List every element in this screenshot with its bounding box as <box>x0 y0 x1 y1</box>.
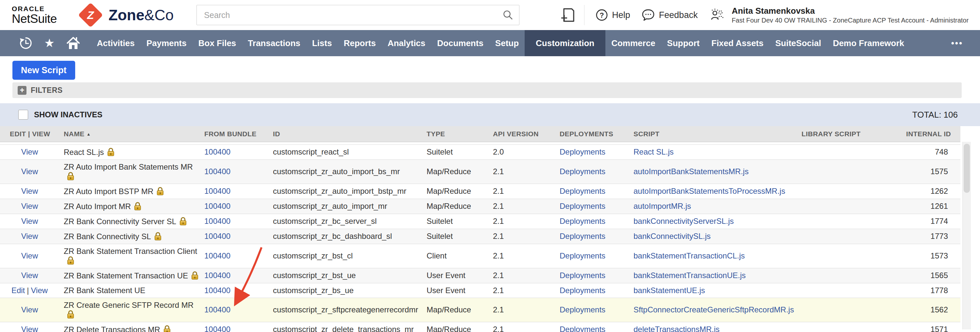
nav-item-setup[interactable]: Setup <box>489 30 525 56</box>
column-header-internal-id[interactable]: INTERNAL ID <box>906 126 960 142</box>
search-input[interactable] <box>196 5 519 25</box>
nav-item-documents[interactable]: Documents <box>431 30 489 56</box>
cell-internal-id: 748 <box>906 145 960 159</box>
view-link[interactable]: View <box>21 187 38 195</box>
lock-icon <box>154 232 162 241</box>
script-file-link[interactable]: bankStatementTransactionUE.js <box>633 271 746 280</box>
vertical-scrollbar[interactable] <box>963 142 971 329</box>
deployments-link[interactable]: Deployments <box>560 271 605 280</box>
new-script-button[interactable]: New Script <box>13 61 75 80</box>
deployments-link[interactable]: Deployments <box>560 202 605 210</box>
nav-item-demo-framework[interactable]: Demo Framework <box>827 30 910 56</box>
view-link[interactable]: View <box>21 167 38 176</box>
script-name-text: ZR Create Generic SFTP Record MR <box>64 301 194 310</box>
script-file-link[interactable]: bankConnectivitySL.js <box>633 232 711 240</box>
create-new-icon[interactable] <box>559 6 576 24</box>
cell-edit-view: View <box>0 244 64 268</box>
search-icon[interactable] <box>503 10 514 21</box>
bundle-link[interactable]: 100400 <box>204 325 231 332</box>
nav-item-reports[interactable]: Reports <box>338 30 382 56</box>
view-link[interactable]: View <box>21 271 38 280</box>
script-file-link[interactable]: bankConnectivityServerSL.js <box>633 217 734 226</box>
change-role-menu[interactable] <box>709 6 726 24</box>
cell-from-bundle: 100400 <box>204 283 273 298</box>
cell-internal-id: 1562 <box>906 298 960 322</box>
nav-more-button[interactable]: ••• <box>951 30 963 56</box>
home-button[interactable] <box>60 30 86 56</box>
view-link[interactable]: View <box>21 148 38 156</box>
deployments-link[interactable]: Deployments <box>560 167 605 176</box>
view-link[interactable]: View <box>21 251 38 260</box>
cell-internal-id: 1262 <box>906 184 960 199</box>
deployments-link[interactable]: Deployments <box>560 251 605 260</box>
cell-script-name: React SL.js <box>64 145 204 159</box>
list-controls-band: SHOW INACTIVES TOTAL: 106 <box>0 103 980 126</box>
script-file-link[interactable]: bankStatementTransactionCL.js <box>633 251 745 260</box>
column-header-id[interactable]: ID <box>273 126 426 142</box>
deployments-link[interactable]: Deployments <box>560 286 605 295</box>
bundle-link[interactable]: 100400 <box>204 202 231 210</box>
script-file-link[interactable]: React SL.js <box>633 148 674 156</box>
nav-item-customization[interactable]: Customization <box>525 30 605 56</box>
deployments-link[interactable]: Deployments <box>560 148 605 156</box>
cell-library-script <box>802 145 906 159</box>
column-header-api-version[interactable]: API VERSION <box>493 126 560 142</box>
nav-item-box-files[interactable]: Box Files <box>192 30 242 56</box>
script-file-link[interactable]: autoImportBankStatementsToProcessMR.js <box>633 187 785 195</box>
nav-item-transactions[interactable]: Transactions <box>242 30 306 56</box>
nav-item-analytics[interactable]: Analytics <box>382 30 431 56</box>
bundle-link[interactable]: 100400 <box>204 148 231 156</box>
script-file-link[interactable]: bankStatementUE.js <box>633 286 705 295</box>
help-menu[interactable]: ? Help <box>596 9 630 21</box>
deployments-link[interactable]: Deployments <box>560 325 605 332</box>
edit-link[interactable]: Edit <box>11 286 25 295</box>
view-link[interactable]: View <box>21 217 38 226</box>
show-inactives-checkbox[interactable] <box>18 110 28 119</box>
shortcuts-button[interactable]: ★ <box>38 30 60 56</box>
script-file-link[interactable]: SftpConnectorCreateGenericSftpRecordMR.j… <box>633 305 794 314</box>
bundle-link[interactable]: 100400 <box>204 232 231 240</box>
bundle-link[interactable]: 100400 <box>204 305 231 314</box>
column-header-name[interactable]: NAME▲ <box>64 126 204 142</box>
nav-item-support[interactable]: Support <box>661 30 706 56</box>
view-link[interactable]: View <box>21 325 38 332</box>
nav-item-commerce[interactable]: Commerce <box>605 30 661 56</box>
column-header-edit-view[interactable]: EDIT | VIEW <box>0 126 64 142</box>
bundle-link[interactable]: 100400 <box>204 271 231 280</box>
column-header-script[interactable]: SCRIPT <box>633 126 802 142</box>
bundle-link[interactable]: 100400 <box>204 167 231 176</box>
filters-bar[interactable]: + FILTERS <box>13 83 962 98</box>
cell-type: Suitelet <box>426 214 493 229</box>
column-header-type[interactable]: TYPE <box>426 126 493 142</box>
script-file-link[interactable]: autoImportBankStatementsMR.js <box>633 167 749 176</box>
bundle-link[interactable]: 100400 <box>204 251 231 260</box>
script-file-link[interactable]: deleteTransactionsMR.js <box>633 325 719 332</box>
cell-script-id: customscript_zr_auto_import_mr <box>273 199 426 214</box>
bundle-link[interactable]: 100400 <box>204 217 231 226</box>
deployments-link[interactable]: Deployments <box>560 217 605 226</box>
column-header-library-script[interactable]: LIBRARY SCRIPT <box>802 126 906 142</box>
scrollbar-thumb[interactable] <box>964 144 970 193</box>
view-link[interactable]: View <box>21 232 38 240</box>
deployments-link[interactable]: Deployments <box>560 232 605 240</box>
deployments-link[interactable]: Deployments <box>560 305 605 314</box>
nav-item-fixed-assets[interactable]: Fixed Assets <box>705 30 769 56</box>
user-info[interactable]: Anita Stamenkovska Fast Four Dev 40 OW T… <box>732 6 969 24</box>
nav-item-suitesocial[interactable]: SuiteSocial <box>770 30 827 56</box>
nav-item-payments[interactable]: Payments <box>140 30 192 56</box>
column-header-from-bundle[interactable]: FROM BUNDLE <box>204 126 273 142</box>
view-link[interactable]: View <box>21 305 38 314</box>
recent-records-button[interactable] <box>13 30 38 56</box>
bundle-link[interactable]: 100400 <box>204 286 231 295</box>
nav-item-activities[interactable]: Activities <box>91 30 140 56</box>
bundle-link[interactable]: 100400 <box>204 187 231 195</box>
view-link[interactable]: View <box>21 202 38 210</box>
cell-type: Map/Reduce <box>426 322 493 332</box>
feedback-menu[interactable]: Feedback <box>641 8 698 22</box>
cell-script-name: ZR Delete Transactions MR <box>64 322 204 332</box>
deployments-link[interactable]: Deployments <box>560 187 605 195</box>
nav-item-lists[interactable]: Lists <box>306 30 338 56</box>
script-file-link[interactable]: autoImportMR.js <box>633 202 691 210</box>
column-header-deployments[interactable]: DEPLOYMENTS <box>560 126 633 142</box>
view-link[interactable]: View <box>31 286 48 295</box>
